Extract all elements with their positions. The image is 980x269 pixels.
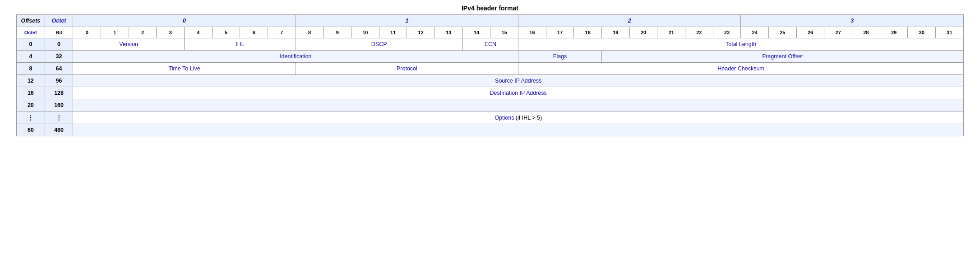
ipv4-header-table: Offsets Octet 0 1 2 3 Octet Bit 0 1 2 3 … (16, 14, 964, 136)
field-cell (73, 124, 964, 136)
field-cell: Time To Live (73, 63, 296, 75)
bit-17: 17 (546, 27, 574, 38)
field-cell: Header Checksum (518, 63, 964, 75)
bit-12: 12 (407, 27, 435, 38)
bit-16: 16 (518, 27, 546, 38)
octet-cell: 480 (45, 124, 73, 136)
field-cell: Identification (73, 51, 518, 63)
bit-14: 14 (462, 27, 490, 38)
octet-cell: ⋮ (45, 111, 73, 124)
offset-cell: 0 (17, 38, 45, 51)
bit-header-row: Octet Bit 0 1 2 3 4 5 6 7 8 9 10 11 12 1… (17, 27, 964, 38)
bit-31: 31 (935, 27, 963, 38)
offset-cell: 20 (17, 99, 45, 111)
field-cell: Fragment Offset (602, 51, 964, 63)
bit-30: 30 (908, 27, 936, 38)
table-row: 432IdentificationFlagsFragment Offset (17, 51, 964, 63)
table-row: 20160 (17, 99, 964, 111)
bit-29: 29 (880, 27, 908, 38)
table-row: 60480 (17, 124, 964, 136)
bit-6: 6 (240, 27, 268, 38)
bit-11: 11 (379, 27, 407, 38)
octet-2-header: 2 (518, 15, 741, 27)
bit-10: 10 (351, 27, 379, 38)
table-row: ⋮⋮Options (if IHL > 5) (17, 111, 964, 124)
table-row: 1296Source IP Address (17, 75, 964, 87)
offset-cell: 4 (17, 51, 45, 63)
bit-4: 4 (185, 27, 213, 38)
offset-cell: 60 (17, 124, 45, 136)
field-cell: Flags (518, 51, 602, 63)
table-body: 00VersionIHLDSCPECNTotal Length432Identi… (17, 38, 964, 136)
bit-23: 23 (713, 27, 741, 38)
field-cell: Version (73, 38, 185, 51)
bit-20: 20 (629, 27, 657, 38)
bit-26: 26 (796, 27, 824, 38)
field-cell: Total Length (518, 38, 964, 51)
bit-28: 28 (852, 27, 880, 38)
octet-cell: 64 (45, 63, 73, 75)
bit-13: 13 (435, 27, 463, 38)
octet-cell: 96 (45, 75, 73, 87)
octet-3-header: 3 (741, 15, 964, 27)
field-cell: Destination IP Address (73, 87, 964, 99)
bit-1: 1 (101, 27, 129, 38)
bit-18: 18 (574, 27, 602, 38)
field-cell: IHL (185, 38, 296, 51)
field-cell: Source IP Address (73, 75, 964, 87)
bit-19: 19 (602, 27, 630, 38)
field-cell (73, 99, 964, 111)
table-title: IPv4 header format (16, 5, 964, 12)
bit-7: 7 (268, 27, 296, 38)
octet-cell: 128 (45, 87, 73, 99)
bit-25: 25 (769, 27, 797, 38)
offset-cell: 8 (17, 63, 45, 75)
octet-1-header: 1 (296, 15, 518, 27)
bit-2: 2 (129, 27, 157, 38)
offsets-header: Offsets (17, 15, 45, 27)
field-cell: ECN (462, 38, 518, 51)
octet-cell: 32 (45, 51, 73, 63)
bit-8: 8 (296, 27, 324, 38)
bit-5: 5 (212, 27, 240, 38)
bit-21: 21 (657, 27, 685, 38)
octet-0-header: 0 (73, 15, 296, 27)
table-row: 00VersionIHLDSCPECNTotal Length (17, 38, 964, 51)
field-cell: Options (if IHL > 5) (73, 111, 964, 124)
table-row: 864Time To LiveProtocolHeader Checksum (17, 63, 964, 75)
bit-27: 27 (824, 27, 852, 38)
offset-cell: ⋮ (17, 111, 45, 124)
octet-header: Octet (45, 15, 73, 27)
bit-3: 3 (157, 27, 185, 38)
offset-cell: 16 (17, 87, 45, 99)
bit-0: 0 (73, 27, 101, 38)
bit-22: 22 (685, 27, 713, 38)
octet-cell: 160 (45, 99, 73, 111)
offset-cell: 12 (17, 75, 45, 87)
bit-15: 15 (490, 27, 518, 38)
octet-row-label: Octet (17, 27, 45, 38)
field-cell: Protocol (296, 63, 518, 75)
octet-header-row: Offsets Octet 0 1 2 3 (17, 15, 964, 27)
octet-cell: 0 (45, 38, 73, 51)
table-row: 16128Destination IP Address (17, 87, 964, 99)
bit-row-label: Bit (45, 27, 73, 38)
bit-9: 9 (324, 27, 351, 38)
bit-24: 24 (741, 27, 769, 38)
field-cell: DSCP (296, 38, 462, 51)
